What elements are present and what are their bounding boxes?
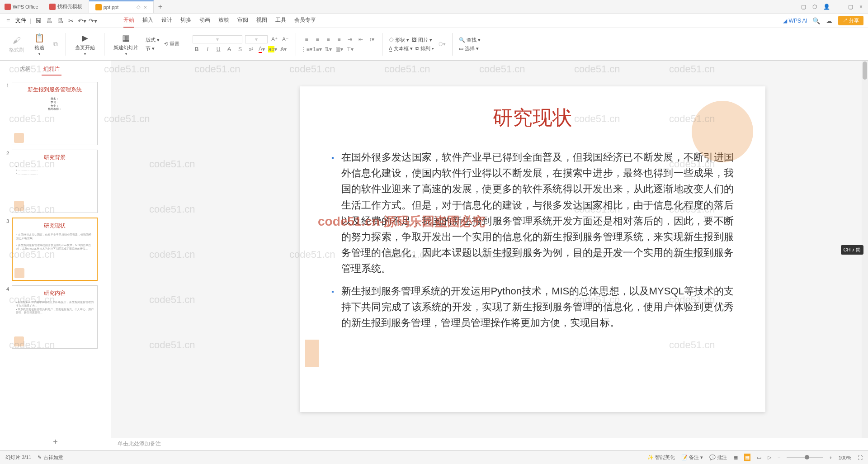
- cut-icon[interactable]: ✂: [67, 17, 75, 24]
- minimize-icon[interactable]: —: [836, 4, 842, 10]
- italic-icon[interactable]: I: [203, 45, 212, 53]
- align-left-icon[interactable]: ≡: [302, 35, 311, 43]
- tab-templates[interactable]: 找稻壳模板: [43, 0, 89, 13]
- slideshow-view-icon[interactable]: ▷: [768, 455, 771, 460]
- thumb-row[interactable]: 3 研究现状 ▪ 在国外很多发达国家，软件产业早已得到全面普及，但我国经济已不断…: [3, 218, 108, 281]
- tab-transition[interactable]: 切换: [180, 14, 191, 28]
- undo-icon[interactable]: ↶▾: [78, 17, 85, 24]
- number-list-icon[interactable]: 1≡▾: [313, 45, 321, 53]
- increase-indent-icon[interactable]: ⇥: [346, 35, 354, 43]
- print-preview-icon[interactable]: 🖶: [57, 17, 64, 24]
- redo-icon[interactable]: ↷▾: [89, 17, 96, 24]
- format-brush-button[interactable]: 🖌 格式刷: [6, 33, 27, 55]
- reading-view-icon[interactable]: ▭: [757, 455, 761, 460]
- shadow-icon[interactable]: S: [236, 45, 244, 53]
- add-tab-button[interactable]: +: [154, 3, 167, 11]
- font-color-icon[interactable]: A▾: [258, 45, 266, 53]
- highlight-icon[interactable]: ab▾: [269, 45, 277, 53]
- slide-title[interactable]: 研究现状: [331, 104, 734, 131]
- reset-button[interactable]: ⟲ 重置: [164, 41, 179, 47]
- slide-bullet-2[interactable]: ▪ 新生报到服务管理系统的开发运用Python技术，MIS的总体思想，以及MYS…: [331, 283, 734, 331]
- align-justify-icon[interactable]: ≡: [335, 35, 343, 43]
- search-icon[interactable]: 🔍: [813, 17, 820, 24]
- window-menu-icon[interactable]: ▢: [801, 4, 806, 10]
- tab-menu-icon[interactable]: ◇: [137, 4, 140, 10]
- align-right-icon[interactable]: ≡: [324, 35, 332, 43]
- strikethrough-icon[interactable]: A̶: [225, 45, 233, 53]
- tab-insert[interactable]: 插入: [142, 14, 153, 28]
- clear-format-icon[interactable]: A̷▾: [279, 45, 288, 53]
- start-current-button[interactable]: ▶ 当页开始▾: [72, 31, 98, 58]
- add-slide-button[interactable]: +: [0, 434, 111, 450]
- notes-area[interactable]: 单击此处添加备注: [111, 438, 868, 450]
- slide-bullet-1[interactable]: ▪ 在国外很多发达国家，软件产业早已得到全面普及，但我国经济已不断发展，不断引进…: [331, 149, 734, 277]
- slide-canvas[interactable]: 研究现状 ▪ 在国外很多发达国家，软件产业早已得到全面普及，但我国经济已不断发展…: [111, 61, 868, 438]
- picture-button[interactable]: 🖼 图片 ▾: [412, 37, 432, 43]
- slide-thumbnail-3[interactable]: 研究现状 ▪ 在国外很多发达国家，软件产业早已得到全面普及，但我国经济已不断发展…: [12, 218, 98, 281]
- smart-beautify-button[interactable]: ✨ 智能美化: [647, 454, 675, 461]
- tab-view[interactable]: 视图: [256, 14, 267, 28]
- underline-icon[interactable]: U: [214, 45, 222, 53]
- arrange-button[interactable]: ⧉ 排列 ▾: [415, 45, 434, 52]
- slide-thumbnail-1[interactable]: 新生报到服务管理系统 姓名： 学号： 专业： 指导教师：: [12, 82, 98, 145]
- save-icon[interactable]: 🖫: [35, 17, 42, 24]
- tab-ppt-file[interactable]: ppt.ppt ◇ ×: [89, 0, 154, 13]
- sorter-view-icon[interactable]: ▦: [744, 454, 750, 461]
- wps-ai-button[interactable]: ◢ WPS AI: [783, 18, 807, 24]
- find-button[interactable]: 🔍 查找 ▾: [459, 37, 481, 43]
- fit-icon[interactable]: ⛶: [858, 455, 863, 460]
- new-slide-button[interactable]: ▦ 新建幻灯片▾: [111, 31, 141, 58]
- align-top-icon[interactable]: ⊤▾: [346, 45, 354, 53]
- print-icon[interactable]: 🖶: [46, 17, 53, 24]
- cloud-icon[interactable]: ☁: [826, 17, 833, 24]
- copy-icon[interactable]: ⧉: [52, 41, 59, 48]
- slide-thumbnail-4[interactable]: 研究内容 ▪ 新生报到工作的要求和管理上的不断提升，新生报到服务管理的潜力将无限…: [12, 285, 98, 349]
- line-spacing-icon[interactable]: ↕▾: [368, 35, 376, 43]
- zoom-out-icon[interactable]: −: [778, 455, 780, 460]
- avatar-icon[interactable]: 👤: [823, 4, 830, 10]
- slide-thumbnail-2[interactable]: 研究背景 ▪ ...........................▪ ....…: [12, 150, 98, 213]
- thumb-row[interactable]: 2 研究背景 ▪ ...........................▪ ..…: [3, 150, 108, 213]
- zoom-label[interactable]: 100%: [839, 455, 851, 460]
- normal-view-icon[interactable]: ▦: [733, 455, 738, 460]
- layout-button[interactable]: 版式 ▾: [146, 37, 160, 43]
- tab-review[interactable]: 审阅: [237, 14, 248, 28]
- superscript-icon[interactable]: x²: [247, 45, 255, 53]
- select-button[interactable]: ▭ 选择 ▾: [459, 45, 481, 52]
- increase-font-icon[interactable]: A⁺: [270, 35, 278, 43]
- close-window-icon[interactable]: ×: [859, 4, 863, 10]
- ime-indicator[interactable]: CH ♪ 简: [841, 245, 864, 255]
- thumbnails-list[interactable]: 1 新生报到服务管理系统 姓名： 学号： 专业： 指导教师： 2 研究背景 ▪ …: [0, 78, 111, 434]
- shape-button[interactable]: ◇ 形状 ▾: [389, 37, 409, 43]
- thumb-row[interactable]: 4 研究内容 ▪ 新生报到工作的要求和管理上的不断提升，新生报到服务管理的潜力将…: [3, 285, 108, 349]
- text-direction-icon[interactable]: ⇅▾: [324, 45, 332, 53]
- tab-member[interactable]: 会员专享: [294, 14, 316, 28]
- font-select[interactable]: ▾: [193, 35, 242, 43]
- scrollbar-thumb[interactable]: [863, 62, 867, 80]
- maximize-icon[interactable]: ▢: [848, 4, 853, 10]
- paste-button[interactable]: 📋 粘贴▾: [31, 31, 47, 58]
- bullet-list-icon[interactable]: ⋮≡▾: [302, 45, 311, 53]
- columns-icon[interactable]: ▥▾: [335, 45, 343, 53]
- bold-icon[interactable]: B: [193, 45, 201, 53]
- cube-icon[interactable]: ⬡: [812, 4, 817, 10]
- tab-design[interactable]: 设计: [161, 14, 172, 28]
- zoom-slider[interactable]: [787, 457, 823, 458]
- tab-tools[interactable]: 工具: [275, 14, 286, 28]
- thumb-row[interactable]: 1 新生报到服务管理系统 姓名： 学号： 专业： 指导教师：: [3, 82, 108, 145]
- current-slide[interactable]: 研究现状 ▪ 在国外很多发达国家，软件产业早已得到全面普及，但我国经济已不断发展…: [300, 86, 765, 412]
- section-button[interactable]: 节 ▾: [146, 45, 160, 52]
- tab-slideshow[interactable]: 放映: [218, 14, 229, 28]
- align-center-icon[interactable]: ≡: [313, 35, 321, 43]
- notes-toggle[interactable]: 📝 备注 ▾: [681, 454, 703, 461]
- style-icon[interactable]: ⬡▾: [439, 41, 446, 47]
- decrease-font-icon[interactable]: A⁻: [281, 35, 289, 43]
- comments-button[interactable]: 💬 批注: [709, 454, 727, 461]
- outline-tab[interactable]: 大纲: [18, 63, 33, 76]
- tab-animation[interactable]: 动画: [199, 14, 210, 28]
- font-size-select[interactable]: ▾: [245, 35, 268, 43]
- share-button[interactable]: ↗ 分享: [838, 16, 863, 25]
- menu-hamburger-icon[interactable]: ≡: [5, 17, 12, 24]
- zoom-in-icon[interactable]: +: [829, 455, 832, 460]
- textbox-button[interactable]: A̲ 文本框 ▾: [389, 45, 413, 52]
